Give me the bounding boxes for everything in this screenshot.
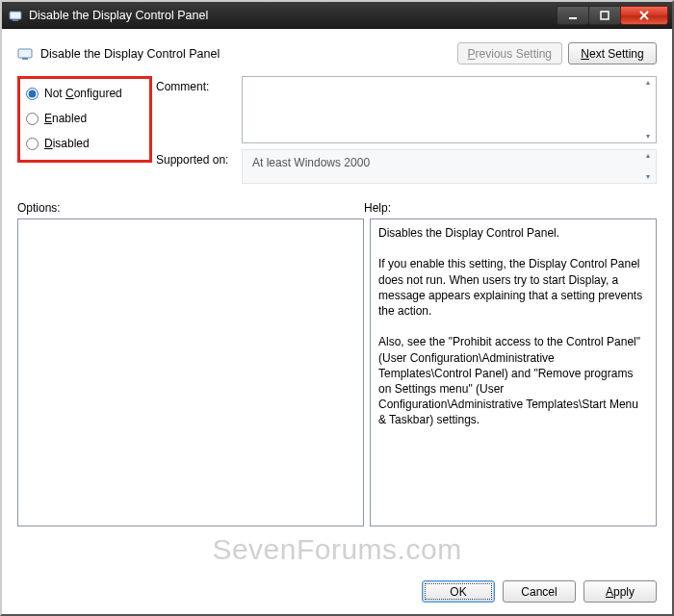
options-panel[interactable]: [17, 218, 364, 526]
supported-on-value: At least Windows 2000: [252, 156, 370, 169]
close-button[interactable]: [620, 6, 668, 25]
svg-rect-3: [601, 12, 609, 19]
minimize-button[interactable]: [557, 6, 589, 25]
maximize-button[interactable]: [588, 6, 621, 25]
help-panel[interactable]: Disables the Display Control Panel. If y…: [370, 218, 657, 526]
radio-enabled-input[interactable]: [26, 113, 39, 125]
watermark: SevenForums.com: [4, 533, 670, 566]
svg-rect-1: [13, 19, 18, 21]
cancel-button[interactable]: Cancel: [503, 580, 576, 603]
svg-rect-4: [18, 49, 32, 58]
state-radio-group: Not Configured Enabled Disabled: [17, 76, 152, 163]
svg-rect-0: [10, 12, 21, 19]
titlebar[interactable]: Disable the Display Control Panel: [2, 2, 672, 29]
panel-icon: [17, 46, 33, 62]
radio-not-configured[interactable]: Not Configured: [26, 87, 142, 100]
comment-scrollbar[interactable]: ▴▾: [642, 79, 654, 141]
supported-on-label: Supported on:: [156, 149, 238, 167]
apply-button[interactable]: Apply: [583, 580, 657, 603]
app-icon: [8, 8, 23, 23]
window-title: Disable the Display Control Panel: [29, 9, 557, 22]
next-setting-button[interactable]: Next Setting: [568, 42, 657, 64]
ok-button[interactable]: OK: [422, 580, 495, 603]
comment-label: Comment:: [156, 76, 238, 93]
radio-disabled-input[interactable]: [26, 138, 39, 150]
help-label: Help:: [364, 201, 657, 218]
radio-disabled[interactable]: Disabled: [26, 137, 142, 150]
supported-scrollbar: ▴▾: [642, 152, 654, 181]
svg-rect-5: [22, 58, 28, 60]
radio-enabled[interactable]: Enabled: [26, 112, 142, 125]
radio-not-configured-input[interactable]: [26, 88, 39, 100]
svg-rect-2: [569, 17, 577, 19]
comment-textarea[interactable]: ▴▾: [242, 76, 657, 143]
options-label: Options:: [17, 201, 364, 218]
previous-setting-button: Previous Setting: [457, 42, 562, 64]
supported-on-value-box: At least Windows 2000 ▴▾: [242, 149, 657, 184]
page-title: Disable the Display Control Panel: [40, 47, 450, 61]
